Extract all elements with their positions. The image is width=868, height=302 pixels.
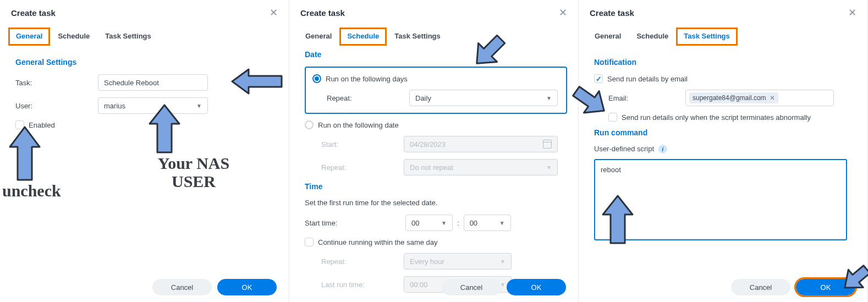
start-date-field: 04/28/2023 xyxy=(404,136,558,152)
chevron-down-icon: ▼ xyxy=(196,103,202,109)
titlebar: Create task ✕ xyxy=(289,0,578,23)
send-email-checkbox[interactable] xyxy=(594,74,603,83)
date-box-highlighted: Run on the following days Repeat: Daily … xyxy=(305,67,567,114)
tab-general[interactable]: General xyxy=(587,28,629,46)
ok-button[interactable]: OK xyxy=(217,279,277,295)
user-label: User: xyxy=(15,102,92,110)
titlebar: Create task ✕ xyxy=(0,0,289,23)
radio-run-following-date[interactable] xyxy=(305,120,314,129)
tab-task-settings[interactable]: Task Settings xyxy=(676,28,738,46)
last-run-label: Last run time: xyxy=(321,281,398,289)
pane-schedule: Create task ✕ General Schedule Task Sett… xyxy=(289,0,579,302)
task-field[interactable] xyxy=(98,74,208,91)
abnormal-label: Send run details only when the script te… xyxy=(622,113,811,122)
annotation-text-uncheck: uncheck xyxy=(2,182,61,200)
tab-schedule[interactable]: Schedule xyxy=(629,28,676,46)
repeat-select-disabled: Do not repeat ▼ xyxy=(404,159,558,175)
start-minute-value: 00 xyxy=(470,219,477,227)
close-icon[interactable]: ✕ xyxy=(848,8,856,18)
email-label: Email: xyxy=(608,94,680,102)
start-minute-select[interactable]: 00 ▼ xyxy=(464,215,511,231)
repeat-select[interactable]: Daily ▼ xyxy=(409,90,558,106)
titlebar: Create task ✕ xyxy=(579,0,867,23)
email-tag-value: supergate84@gmail.com xyxy=(693,94,766,102)
section-run-command: Run command xyxy=(594,128,856,137)
start-hour-select[interactable]: 00 ▼ xyxy=(405,215,453,231)
repeat-label: Repeat: xyxy=(327,94,404,102)
annotation-text-nas-user: Your NAS USER xyxy=(144,154,243,190)
user-select-value: marius xyxy=(104,102,125,110)
tab-schedule[interactable]: Schedule xyxy=(50,28,97,46)
start-label: Start: xyxy=(321,140,398,149)
email-field[interactable]: supergate84@gmail.com ✕ xyxy=(685,90,834,106)
abnormal-checkbox[interactable] xyxy=(608,113,617,122)
calendar-icon xyxy=(543,140,552,149)
repeat3-select: Every hour ▼ xyxy=(404,253,512,270)
tab-task-settings[interactable]: Task Settings xyxy=(97,28,159,46)
enabled-label: Enabled xyxy=(29,121,55,129)
repeat3-label: Repeat: xyxy=(321,257,398,266)
close-icon[interactable]: ✕ xyxy=(559,8,567,18)
script-textarea[interactable] xyxy=(594,159,847,240)
start-time-label: Start time: xyxy=(305,219,401,227)
dialog-title: Create task xyxy=(11,8,56,18)
ok-button[interactable]: OK xyxy=(507,279,566,295)
chevron-down-icon: ▼ xyxy=(546,164,552,171)
radio-run-following-days-label: Run on the following days xyxy=(326,75,408,83)
radio-run-following-days[interactable] xyxy=(312,74,321,83)
script-label: User-defined script xyxy=(594,145,654,153)
chevron-down-icon: ▼ xyxy=(441,220,447,226)
cancel-button[interactable]: Cancel xyxy=(442,279,501,295)
tab-schedule[interactable]: Schedule xyxy=(339,28,387,46)
start-hour-value: 00 xyxy=(411,219,419,227)
continue-checkbox[interactable] xyxy=(305,238,314,246)
task-label: Task: xyxy=(15,79,92,87)
tabs: General Schedule Task Settings xyxy=(579,23,867,46)
chevron-down-icon: ▼ xyxy=(500,259,506,265)
tabs: General Schedule Task Settings xyxy=(289,23,578,46)
tab-general[interactable]: General xyxy=(8,28,50,46)
tab-general[interactable]: General xyxy=(298,28,339,46)
info-icon[interactable]: i xyxy=(658,145,667,153)
ok-button[interactable]: OK xyxy=(796,279,855,295)
continue-label: Continue running within the same day xyxy=(318,238,438,246)
section-general-settings: General Settings xyxy=(15,58,278,67)
dialog-title: Create task xyxy=(300,8,345,18)
time-colon: : xyxy=(457,219,459,227)
pane-task-settings: Create task ✕ General Schedule Task Sett… xyxy=(579,0,868,302)
pane-general: Create task ✕ General Schedule Task Sett… xyxy=(0,0,289,302)
section-date: Date xyxy=(305,50,567,59)
last-run-value: 00:00 xyxy=(410,281,428,289)
repeat2-value: Do not repeat xyxy=(410,163,453,172)
send-email-label: Send run details by email xyxy=(607,75,688,83)
svg-marker-2 xyxy=(10,127,40,180)
cancel-button[interactable]: Cancel xyxy=(731,279,790,295)
repeat3-value: Every hour xyxy=(410,257,444,266)
chevron-down-icon: ▼ xyxy=(499,220,505,226)
chevron-down-icon: ▼ xyxy=(546,95,552,101)
close-icon[interactable]: ✕ xyxy=(270,8,278,18)
time-helper-text: Set the first run time for the selected … xyxy=(305,199,567,207)
tab-task-settings[interactable]: Task Settings xyxy=(387,28,448,46)
radio-run-following-date-label: Run on the following date xyxy=(318,121,399,129)
enabled-checkbox[interactable] xyxy=(15,120,24,129)
section-time: Time xyxy=(305,182,567,191)
cancel-button[interactable]: Cancel xyxy=(152,279,212,295)
dialog-title: Create task xyxy=(590,8,634,18)
start-date-value: 04/28/2023 xyxy=(410,140,446,149)
remove-tag-icon[interactable]: ✕ xyxy=(770,94,775,102)
section-notification: Notification xyxy=(594,58,856,67)
email-tag: supergate84@gmail.com ✕ xyxy=(689,92,778,103)
repeat-label-disabled: Repeat: xyxy=(321,163,398,172)
repeat-select-value: Daily xyxy=(415,94,431,102)
user-select[interactable]: marius ▼ xyxy=(98,97,208,114)
tabs: General Schedule Task Settings xyxy=(0,23,289,46)
annotation-arrow-up-icon xyxy=(6,124,44,184)
